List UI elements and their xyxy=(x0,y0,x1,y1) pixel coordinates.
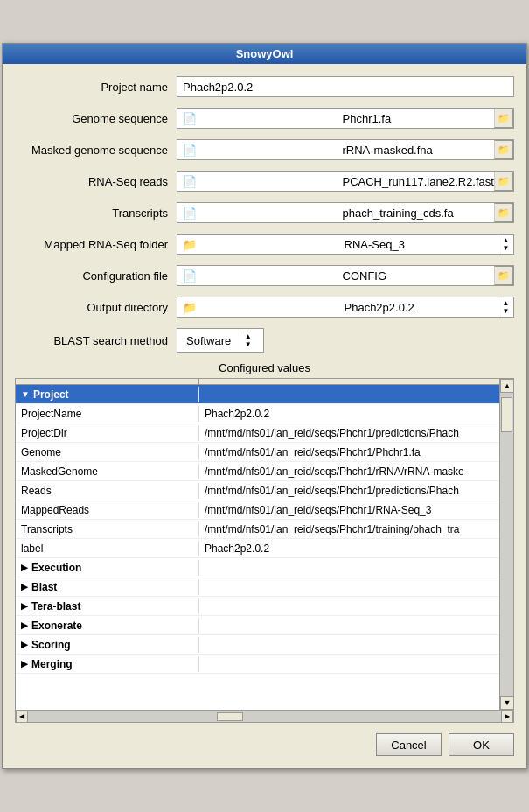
transcripts-field: 📄 phach_training_cds.fa 📁 xyxy=(177,202,514,223)
output-dir-dropdown[interactable]: 📁 Phach2p2.0.2 xyxy=(177,297,514,318)
rnaseq-reads-input-container: 📄 PCACH_run117.lane2.R2.fasta 📁 xyxy=(177,171,514,192)
section-tera-blast-col1: ▶ Tera-blast xyxy=(16,598,199,614)
tree-content: ▼ Project ProjectName Phach2p2.0.2 Proje… xyxy=(16,379,499,710)
window-title: SnowyOwl xyxy=(236,47,294,60)
section-merging-label: Merging xyxy=(31,658,73,670)
rnaseq-reads-row: RNA-Seq reads 📄 PCACH_run117.lane2.R2.fa… xyxy=(15,169,514,193)
section-tera-blast-col2 xyxy=(199,605,499,608)
section-tera-blast-label: Tera-blast xyxy=(31,600,80,612)
collapse-icon[interactable]: ▼ xyxy=(21,389,30,399)
row-mappedreads[interactable]: MappedReads /mnt/md/nfs01/ian_reid/seqs/… xyxy=(16,500,499,520)
configured-values-title: Configured values xyxy=(15,361,514,374)
section-scoring[interactable]: ▶ Scoring xyxy=(16,635,499,654)
section-tera-blast[interactable]: ▶ Tera-blast xyxy=(16,597,499,616)
row-genome[interactable]: Genome /mnt/md/nfs01/ian_reid/seqs/Phchr… xyxy=(16,443,499,462)
output-dir-row: Output directory 📁 Phach2p2.0.2 xyxy=(15,295,514,319)
expand-icon-merging[interactable]: ▶ xyxy=(21,659,28,668)
ok-button[interactable]: OK xyxy=(449,733,514,756)
genome-sequence-label: Genome sequence xyxy=(15,112,177,125)
file-icon3: 📄 xyxy=(177,173,335,190)
config-file-value: CONFIG xyxy=(338,268,495,284)
masked-genome-field: 📄 rRNA-masked.fna 📁 xyxy=(177,139,514,160)
row-reads[interactable]: Reads /mnt/md/nfs01/ian_reid/seqs/Phchr1… xyxy=(16,481,499,500)
rnaseq-reads-value: PCACH_run117.lane2.R2.fasta xyxy=(338,173,495,190)
section-execution-col1: ▶ Execution xyxy=(16,560,199,576)
section-exonerate[interactable]: ▶ Exonerate xyxy=(16,616,499,635)
scrollbar-up-btn[interactable]: ▲ xyxy=(500,379,514,393)
section-blast-label: Blast xyxy=(31,581,57,593)
section-blast[interactable]: ▶ Blast xyxy=(16,578,499,597)
row-projectdir-key: ProjectDir xyxy=(16,425,199,441)
section-project-col1: ▼ Project xyxy=(16,387,199,402)
project-name-input-container: Phach2p2.0.2 xyxy=(177,76,514,97)
title-bar: SnowyOwl xyxy=(3,44,526,64)
rnaseq-reads-field: 📄 PCACH_run117.lane2.R2.fasta 📁 xyxy=(177,171,514,192)
transcripts-value: phach_training_cds.fa xyxy=(338,205,495,221)
row-maskedgenome[interactable]: MaskedGenome /mnt/md/nfs01/ian_reid/seqs… xyxy=(16,462,499,481)
folder-icon: 📁 xyxy=(177,236,337,253)
mapped-folder-dropdown-arrow[interactable] xyxy=(498,234,513,254)
row-projectname-value: Phach2p2.0.2 xyxy=(199,406,499,422)
expand-icon-tera-blast[interactable]: ▶ xyxy=(21,601,28,611)
genome-sequence-field: 📄 Phchr1.fa 📁 xyxy=(177,108,514,129)
hscrollbar-thumb[interactable] xyxy=(217,712,243,721)
transcripts-label: Transcripts xyxy=(15,206,177,220)
scrollbar-down-btn[interactable]: ▼ xyxy=(500,696,514,710)
section-execution[interactable]: ▶ Execution xyxy=(16,558,499,578)
section-project-label: Project xyxy=(33,388,69,401)
output-dir-field: 📁 Phach2p2.0.2 xyxy=(177,297,514,318)
row-label[interactable]: label Phach2p2.0.2 xyxy=(16,539,499,558)
transcripts-browse-btn[interactable]: 📁 xyxy=(494,203,513,222)
hscrollbar-right-btn[interactable]: ▶ xyxy=(501,710,513,723)
file-icon5: 📄 xyxy=(177,268,335,284)
transcripts-input-container: 📄 phach_training_cds.fa 📁 xyxy=(177,202,514,223)
config-file-browse-btn[interactable]: 📁 xyxy=(494,266,513,285)
main-window: SnowyOwl Project name Phach2p2.0.2 Genom… xyxy=(2,43,527,769)
section-exonerate-col1: ▶ Exonerate xyxy=(16,618,199,634)
rnaseq-reads-label: RNA-Seq reads xyxy=(15,175,177,188)
row-mappedreads-value: /mnt/md/nfs01/ian_reid/seqs/Phchr1/RNA-S… xyxy=(199,502,499,518)
expand-icon-execution[interactable]: ▶ xyxy=(21,563,28,572)
scrollbar-thumb[interactable] xyxy=(501,397,512,432)
mapped-folder-field: 📁 RNA-Seq_3 xyxy=(177,234,514,255)
genome-sequence-browse-btn[interactable]: 📁 xyxy=(494,108,513,128)
section-merging[interactable]: ▶ Merging xyxy=(16,654,499,674)
blast-method-dropdown-arrow[interactable] xyxy=(240,331,255,350)
row-genome-key: Genome xyxy=(16,444,199,460)
mapped-folder-label: Mapped RNA-Seq folder xyxy=(15,238,177,251)
tree-col-key xyxy=(16,379,199,384)
cancel-button[interactable]: Cancel xyxy=(376,733,442,756)
section-project[interactable]: ▼ Project xyxy=(16,385,499,404)
output-dir-dropdown-arrow[interactable] xyxy=(498,298,513,317)
section-exonerate-col2 xyxy=(199,624,499,627)
output-dir-value: Phach2p2.0.2 xyxy=(339,299,498,316)
row-transcripts-value: /mnt/md/nfs01/ian_reid/seqs/Phchr1/train… xyxy=(199,522,499,537)
project-name-row: Project name Phach2p2.0.2 xyxy=(15,74,514,99)
section-scoring-label: Scoring xyxy=(31,639,71,651)
expand-icon-blast[interactable]: ▶ xyxy=(21,582,28,592)
expand-icon-scoring[interactable]: ▶ xyxy=(21,640,28,649)
row-transcripts[interactable]: Transcripts /mnt/md/nfs01/ian_reid/seqs/… xyxy=(16,520,499,539)
genome-sequence-row: Genome sequence 📄 Phchr1.fa 📁 xyxy=(15,106,514,130)
row-projectdir[interactable]: ProjectDir /mnt/md/nfs01/ian_reid/seqs/P… xyxy=(16,424,499,443)
expand-icon-exonerate[interactable]: ▶ xyxy=(21,620,28,630)
section-merging-col2 xyxy=(199,662,499,666)
row-mappedreads-key: MappedReads xyxy=(16,502,199,518)
section-scoring-col1: ▶ Scoring xyxy=(16,637,199,653)
masked-genome-input-container: 📄 rRNA-masked.fna 📁 xyxy=(177,139,514,160)
row-projectname[interactable]: ProjectName Phach2p2.0.2 xyxy=(16,404,499,424)
row-label-key: label xyxy=(16,541,199,556)
masked-genome-row: Masked genome sequence 📄 rRNA-masked.fna… xyxy=(15,137,514,162)
rnaseq-reads-browse-btn[interactable]: 📁 xyxy=(494,172,513,191)
hscrollbar-left-btn[interactable]: ◀ xyxy=(16,710,28,723)
main-content: Project name Phach2p2.0.2 Genome sequenc… xyxy=(3,64,526,768)
masked-genome-browse-btn[interactable]: 📁 xyxy=(494,140,513,159)
horizontal-scrollbar[interactable]: ◀ ▶ xyxy=(15,710,514,723)
button-row: Cancel OK xyxy=(15,730,514,761)
mapped-folder-dropdown[interactable]: 📁 RNA-Seq_3 xyxy=(177,234,514,255)
project-name-field: Phach2p2.0.2 xyxy=(177,76,514,97)
blast-method-select[interactable]: Software xyxy=(177,328,264,353)
section-project-col2 xyxy=(199,393,499,396)
vertical-scrollbar[interactable]: ▲ ▼ xyxy=(499,379,513,710)
mapped-folder-value: RNA-Seq_3 xyxy=(339,236,498,253)
